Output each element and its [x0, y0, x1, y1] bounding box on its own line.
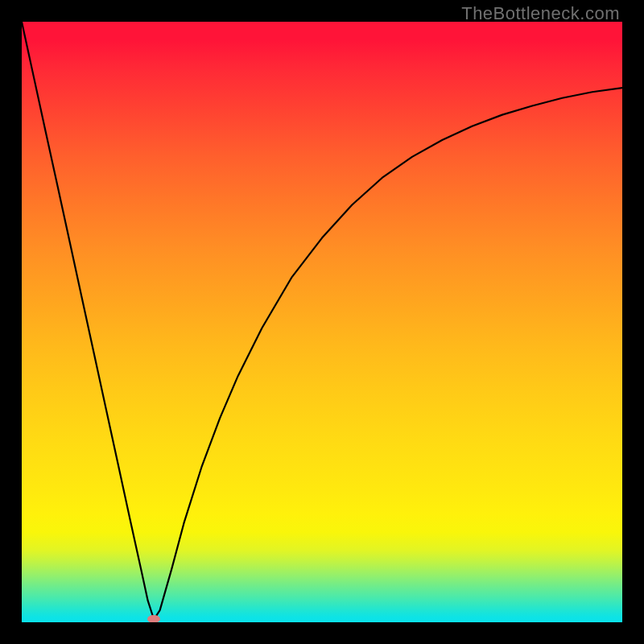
plot-area: [22, 22, 622, 622]
bottleneck-chart: TheBottleneck.com: [0, 0, 644, 644]
bottleneck-curve: [22, 22, 622, 622]
optimum-marker: [147, 615, 160, 622]
watermark-text: TheBottleneck.com: [461, 3, 620, 24]
